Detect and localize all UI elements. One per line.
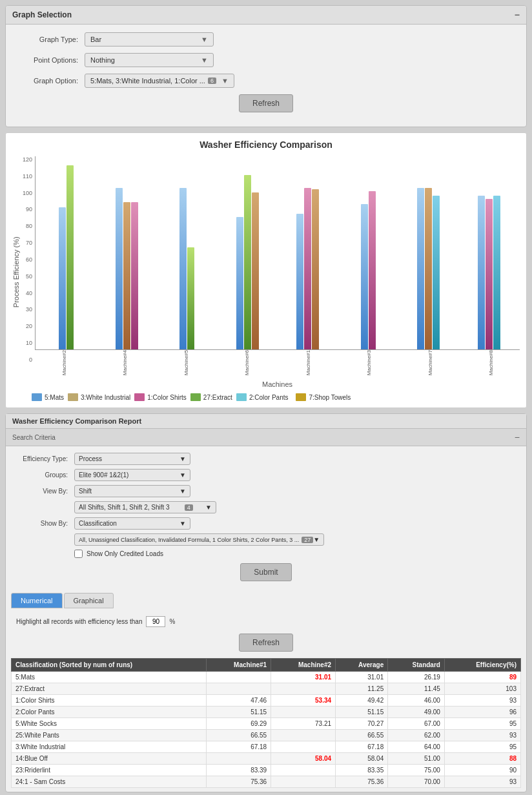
tab-graphical[interactable]: Graphical (64, 593, 114, 608)
cell-m2: 31.01 (271, 672, 336, 683)
bar-m8-mats (478, 196, 485, 349)
cell-eff: 96 (444, 707, 520, 718)
cell-avg: 67.18 (336, 741, 388, 753)
viewby-chevron: ▼ (179, 488, 186, 495)
table-row: 25:White Pants66.5566.5562.0093 (12, 730, 521, 741)
cell-avg: 58.04 (336, 753, 388, 765)
legend-color-shirts-color (134, 393, 145, 401)
cell-classification: 27:Extract (12, 683, 207, 695)
graph-type-select[interactable]: Bar ▼ (85, 32, 214, 46)
bars-machine5 (178, 156, 196, 349)
y-0: 0 (29, 356, 32, 363)
classifications-value: All, Unassigned Classification, Invalida… (79, 537, 299, 543)
bar-m8-color-pants (493, 196, 500, 349)
machine-group-4 (99, 156, 156, 349)
cell-std: 64.00 (388, 741, 445, 753)
machine-group-6 (220, 156, 276, 349)
machine-group-7 (400, 156, 457, 349)
y-10: 10 (26, 340, 32, 346)
cell-std: 67.00 (388, 718, 445, 730)
bars-area (35, 156, 520, 350)
point-options-select[interactable]: Nothing ▼ (85, 53, 214, 67)
highlight-label: Highlight all records with efficiency le… (16, 618, 142, 625)
viewby-select[interactable]: Shift ▼ (74, 485, 190, 497)
legend-shop-towels-color (296, 393, 306, 401)
report-panel: Washer Efficiency Comparison Report Sear… (5, 413, 527, 792)
legend-mats: 5:Mats (32, 393, 64, 401)
cell-eff: 90 (444, 765, 520, 776)
graph-option-select[interactable]: 5:Mats, 3:White Industrial, 1:Color ... … (85, 74, 234, 88)
efficiency-type-select[interactable]: Process ▼ (74, 453, 190, 465)
refresh-row: Refresh (14, 94, 518, 112)
table-row: 14:Blue Off58.0458.0451.0088 (12, 753, 521, 765)
cell-m1: 67.18 (207, 741, 271, 753)
cell-m1: 75.36 (207, 776, 271, 788)
x-labels: Machine#2 Machine#4 Machine#5 Machine#6 … (35, 350, 520, 377)
y-60: 60 (26, 256, 32, 263)
table-row: 2:Color Pants51.1551.1549.0096 (12, 707, 521, 718)
shifts-badge: 4 (185, 504, 193, 511)
showby-select[interactable]: Classification ▼ (74, 517, 190, 530)
classifications-row: All, Unassigned Classification, Invalida… (16, 533, 516, 546)
search-criteria-label: Search Criteria (12, 434, 56, 441)
cell-m1: 51.15 (207, 707, 271, 718)
cell-classification: 25:White Pants (12, 730, 207, 741)
chart-area: Process Efficiency (%) 120 110 100 90 80… (12, 156, 520, 388)
bar-m4-white-ind (123, 202, 130, 349)
report-refresh-button[interactable]: Refresh (239, 634, 293, 652)
x-label-m2: Machine#2 (36, 350, 93, 377)
highlight-input[interactable] (146, 616, 165, 627)
x-label-m7: Machine#7 (402, 350, 459, 377)
cell-m2 (271, 776, 336, 788)
point-options-row: Point Options: Nothing ▼ (14, 53, 518, 67)
cell-m2: 58.04 (271, 753, 336, 765)
cell-m2 (271, 730, 336, 741)
cell-classification: 14:Blue Off (12, 753, 207, 765)
cell-avg: 11.25 (336, 683, 388, 695)
th-classification: Classification (Sorted by num of runs) (12, 659, 207, 672)
groups-value: Elite 900# 1&2(1) (79, 471, 128, 479)
cell-avg: 51.15 (336, 707, 388, 718)
tab-numerical[interactable]: Numerical (11, 593, 63, 608)
bar-m6-mats (236, 217, 243, 349)
legend-mats-label: 5:Mats (45, 394, 64, 401)
refresh-button[interactable]: Refresh (239, 94, 293, 112)
cell-std: 11.45 (388, 683, 445, 695)
legend-extract-color (190, 393, 201, 401)
showby-chevron: ▼ (179, 520, 186, 527)
classifications-select[interactable]: All, Unassigned Classification, Invalida… (74, 533, 324, 546)
collapse-icon[interactable]: − (515, 10, 520, 20)
bar-m3-mats (361, 204, 368, 349)
point-options-control: Nothing ▼ (85, 53, 214, 67)
credited-checkbox[interactable] (74, 550, 83, 558)
bar-m4-color-shirts (131, 202, 138, 349)
y-20: 20 (26, 323, 32, 329)
legend-white-ind-label: 3:White Industrial (81, 394, 130, 401)
y-50: 50 (26, 273, 32, 280)
cell-avg: 83.35 (336, 765, 388, 776)
cell-avg: 75.36 (336, 776, 388, 788)
cell-m2 (271, 707, 336, 718)
shifts-select[interactable]: All Shifts, Shift 1, Shift 2, Shift 3 4 … (74, 501, 216, 513)
efficiency-type-value: Process (79, 455, 102, 462)
graph-option-row: Graph Option: 5:Mats, 3:White Industrial… (14, 74, 518, 88)
chart-title: Washer Efficiency Comparison (12, 139, 520, 150)
y-80: 80 (26, 223, 32, 229)
highlight-row: Highlight all records with efficiency le… (16, 616, 516, 627)
cell-eff: 103 (444, 683, 520, 695)
report-refresh-row: Refresh (11, 634, 521, 652)
cell-classification: 2:Color Pants (12, 707, 207, 718)
bars-machine6 (235, 156, 260, 349)
submit-button[interactable]: Submit (240, 563, 291, 581)
legend-color-pants-label: 2:Color Pants (249, 394, 289, 401)
efficiency-type-label: Efficiency Type: (16, 455, 74, 462)
chart-inner: Machine#2 Machine#4 Machine#5 Machine#6 … (35, 156, 520, 388)
machine-group-2 (38, 156, 95, 349)
x-label-m3: Machine#3 (341, 350, 398, 377)
groups-select[interactable]: Elite 900# 1&2(1) ▼ (74, 469, 190, 481)
cell-std: 51.00 (388, 753, 445, 765)
table-row: 5:White Socks69.2973.2170.2767.0095 (12, 718, 521, 730)
cell-std: 26.19 (388, 672, 445, 683)
table-row: 1:Color Shirts47.4653.3449.4246.0093 (12, 695, 521, 707)
search-collapse-icon[interactable]: − (515, 432, 520, 442)
